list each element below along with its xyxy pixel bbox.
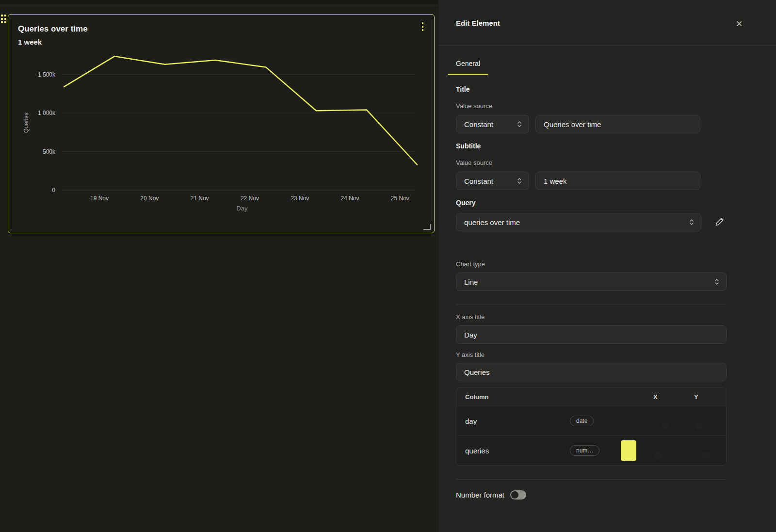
edit-element-panel: Edit Element ✕ General Title Value sourc… [438, 0, 776, 532]
y-axis-title-label: Y axis title [456, 351, 727, 358]
section-divider [456, 479, 727, 480]
svg-text:21 Nov: 21 Nov [191, 195, 209, 202]
type-badge: date [570, 416, 594, 426]
chart-card-subtitle: 1 week [18, 38, 42, 46]
title-value-input[interactable] [535, 115, 700, 133]
tab-general[interactable]: General [448, 60, 488, 75]
subtitle-source-value: Constant [464, 177, 493, 185]
table-row-day: day date [456, 406, 726, 435]
line-chart: 0500k1 000k1 500k19 Nov20 Nov21 Nov22 No… [8, 15, 434, 233]
number-format-toggle[interactable] [510, 490, 526, 500]
chart-card-title: Queries over time [18, 24, 88, 34]
svg-text:500k: 500k [43, 148, 56, 155]
series-color-swatch[interactable] [621, 440, 636, 461]
table-row-queries: queries num… [456, 435, 726, 465]
svg-text:24 Nov: 24 Nov [340, 195, 359, 202]
chart-card[interactable]: 0500k1 000k1 500k19 Nov20 Nov21 Nov22 No… [8, 14, 435, 233]
type-badge: num… [570, 445, 599, 456]
column-name: day [465, 417, 570, 425]
y-header: Y [694, 393, 717, 401]
svg-text:22 Nov: 22 Nov [241, 195, 259, 202]
chevron-updown-icon [713, 278, 720, 286]
x-axis-title-input[interactable] [456, 325, 727, 344]
svg-text:20 Nov: 20 Nov [140, 195, 159, 202]
columns-table: Column X Y day date queries num… [456, 387, 727, 466]
panel-header: Edit Element ✕ [438, 0, 776, 46]
panel-title: Edit Element [456, 19, 500, 27]
subtitle-section-heading: Subtitle [456, 142, 727, 150]
svg-text:19 Nov: 19 Nov [90, 195, 109, 202]
card-menu-button[interactable] [421, 21, 425, 32]
column-header: Column [465, 393, 570, 401]
subtitle-value-source-label: Value source [456, 159, 727, 166]
chart-type-value: Line [464, 278, 478, 286]
query-section-heading: Query [456, 199, 727, 207]
resize-handle[interactable] [423, 224, 431, 230]
section-divider [456, 305, 727, 305]
columns-table-header: Column X Y [456, 388, 726, 406]
svg-text:1 500k: 1 500k [38, 71, 56, 78]
title-source-select[interactable]: Constant [456, 115, 529, 133]
chevron-updown-icon [688, 218, 695, 226]
svg-text:23 Nov: 23 Nov [291, 195, 309, 202]
query-select-value: queries over time [464, 218, 520, 226]
drag-handle-icon[interactable] [1, 15, 6, 23]
title-value-source-label: Value source [456, 102, 727, 110]
app-window: 0500k1 000k1 500k19 Nov20 Nov21 Nov22 No… [0, 0, 776, 532]
x-axis-title-label: X axis title [456, 313, 727, 321]
svg-text:0: 0 [52, 187, 55, 193]
edit-query-button[interactable] [713, 215, 727, 230]
svg-text:Day: Day [236, 205, 248, 212]
column-name: queries [465, 447, 570, 455]
dashboard-canvas: 0500k1 000k1 500k19 Nov20 Nov21 Nov22 No… [0, 0, 438, 532]
query-select[interactable]: queries over time [456, 213, 701, 231]
svg-text:1 000k: 1 000k [38, 110, 56, 116]
y-axis-title-input[interactable] [456, 363, 727, 381]
chart-type-label: Chart type [456, 260, 727, 268]
tab-bar: General [456, 59, 727, 75]
title-source-value: Constant [464, 120, 493, 129]
pencil-icon [715, 217, 725, 228]
x-header: X [653, 393, 694, 401]
svg-text:25 Nov: 25 Nov [391, 195, 409, 202]
svg-text:Queries: Queries [23, 113, 30, 133]
subtitle-value-input[interactable] [535, 172, 700, 190]
title-section-heading: Title [456, 85, 727, 93]
subtitle-source-select[interactable]: Constant [456, 172, 529, 190]
chevron-updown-icon [516, 177, 523, 185]
chart-type-select[interactable]: Line [456, 273, 727, 291]
close-button[interactable]: ✕ [733, 18, 745, 30]
number-format-label: Number format [456, 491, 504, 499]
canvas-topbar [0, 0, 438, 5]
panel-body: General Title Value source Constant Subt… [438, 59, 727, 500]
chevron-updown-icon [516, 120, 523, 128]
